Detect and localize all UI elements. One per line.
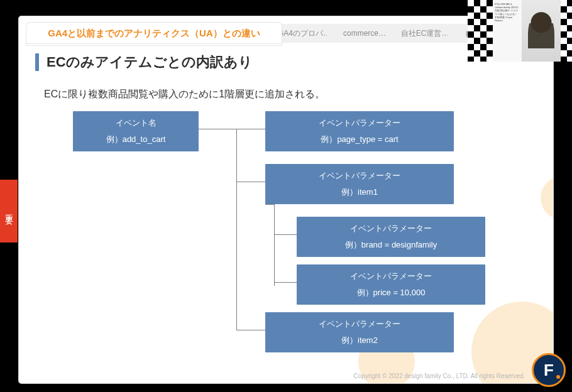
slide-title: ECのみアイテムごとの内訳あり bbox=[47, 53, 253, 72]
box-head: イベントパラメーター bbox=[302, 271, 480, 282]
important-tag: 重要 bbox=[0, 180, 18, 242]
box-example: 例）brand = designfamily bbox=[302, 239, 480, 251]
tab-label: 自社EC運営… bbox=[401, 29, 449, 38]
slide-body: ECのみアイテムごとの内訳あり ECに限り複数商品閲覧や購入のために1階層更に追… bbox=[19, 43, 553, 383]
box-head: イベントパラメーター bbox=[270, 117, 449, 129]
param-box-brand: イベントパラメーター 例）brand = designfamily bbox=[297, 217, 485, 257]
box-example: 例）item1 bbox=[270, 187, 449, 198]
connector bbox=[274, 282, 297, 283]
box-head: イベントパラメーター bbox=[302, 223, 480, 234]
box-example: 例）add_to_cart bbox=[78, 134, 194, 145]
param-box-price: イベントパラメーター 例）price = 10,000 bbox=[297, 264, 485, 305]
box-example: 例）price = 10,000 bbox=[302, 287, 480, 298]
checker-pattern-right bbox=[561, 0, 572, 62]
connector bbox=[236, 129, 237, 330]
connector bbox=[199, 129, 236, 129]
badge-dot-icon bbox=[556, 375, 560, 379]
box-head: イベントパラメーター bbox=[270, 170, 449, 182]
connector bbox=[236, 129, 265, 129]
param-box-item1: イベントパラメーター 例）item1 bbox=[265, 164, 454, 204]
diagram: イベント名 例）add_to_cart イベントパラメーター 例）page_ty… bbox=[48, 110, 537, 361]
title-row: ECのみアイテムごとの内訳あり bbox=[35, 53, 537, 72]
connector bbox=[274, 234, 297, 235]
video-frame: 重要 GA4と以前までのアナリティクス（UA）との違い GA4のプロパ… com… bbox=[0, 0, 572, 392]
connector bbox=[236, 182, 265, 182]
box-head: イベントパラメーター bbox=[270, 318, 449, 330]
connector bbox=[236, 330, 265, 330]
tab-label: commerce… bbox=[343, 29, 386, 38]
tab-label: GA4のプロパ… bbox=[278, 29, 331, 38]
box-example: 例）item2 bbox=[270, 335, 449, 346]
box-example: 例）page_type = cart bbox=[270, 134, 449, 145]
slide-subtitle: ECに限り複数商品閲覧や購入のために1階層更に追加される。 bbox=[44, 88, 537, 101]
checker-pattern-left bbox=[468, 0, 493, 62]
title-accent-bar bbox=[35, 53, 39, 71]
presenter-card-text: FOLLOW ME & #deformfamily 本日の生配信情報や フォロワ… bbox=[495, 3, 519, 22]
channel-badge[interactable]: F bbox=[532, 353, 566, 387]
badge-letter: F bbox=[544, 361, 554, 380]
copyright-text: Copyright © 2022 design family Co., LTD.… bbox=[354, 373, 525, 379]
box-head: イベント名 bbox=[78, 117, 194, 129]
presentation-slide: GA4と以前までのアナリティクス（UA）との違い GA4のプロパ… commer… bbox=[19, 16, 553, 383]
event-name-box: イベント名 例）add_to_cart bbox=[73, 111, 199, 151]
tab-label: GA4と以前までのアナリティクス（UA）との違い bbox=[48, 28, 260, 38]
connector bbox=[274, 204, 275, 286]
param-box-page-type: イベントパラメーター 例）page_type = cart bbox=[265, 111, 454, 151]
important-label: 重要 bbox=[3, 207, 14, 215]
connector bbox=[265, 204, 274, 205]
param-box-item2: イベントパラメーター 例）item2 bbox=[265, 312, 454, 352]
tab-ga4-ua-diff[interactable]: GA4と以前までのアナリティクス（UA）との違い bbox=[26, 23, 282, 45]
presenter-webcam: FOLLOW ME & #deformfamily 本日の生配信情報や フォロワ… bbox=[468, 0, 572, 62]
presenter-video bbox=[522, 0, 561, 62]
presenter-card: FOLLOW ME & #deformfamily 本日の生配信情報や フォロワ… bbox=[493, 0, 522, 62]
slide-footer: Copyright © 2022 design family Co., LTD.… bbox=[354, 373, 544, 379]
